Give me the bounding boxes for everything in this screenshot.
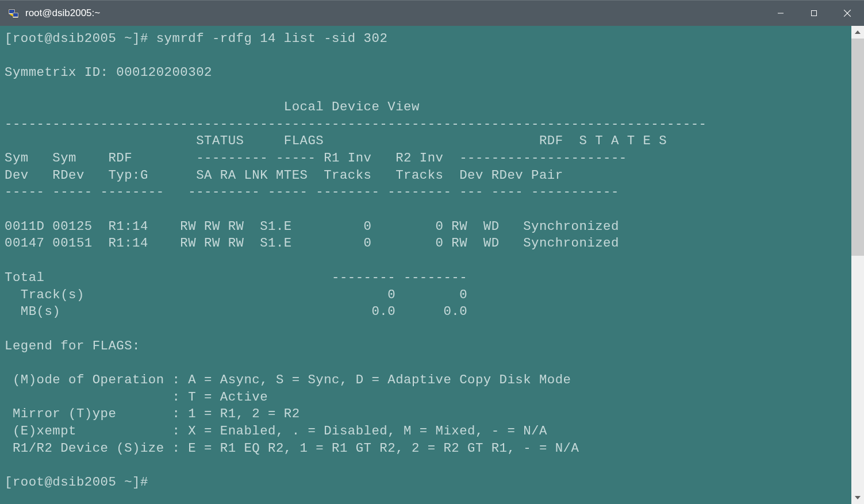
- scroll-down-arrow-icon[interactable]: [851, 491, 864, 504]
- titlebar[interactable]: root@dsib2005:~: [0, 0, 864, 26]
- scrollbar[interactable]: [851, 26, 864, 504]
- header-row-1: STATUS FLAGS RDF S T A T E S: [5, 133, 667, 148]
- scroll-up-arrow-icon[interactable]: [851, 26, 864, 39]
- window-title: root@dsib2005:~: [25, 7, 764, 19]
- header-row-2: Sym Sym RDF --------- ----- R1 Inv R2 In…: [5, 151, 627, 166]
- legend-line: (M)ode of Operation : A = Async, S = Syn…: [5, 372, 571, 387]
- command-text: symrdf -rdfg 14 list -sid 302: [156, 31, 388, 46]
- symmetrix-id-line: Symmetrix ID: 000120200302: [5, 65, 212, 80]
- legend-line: R1/R2 Device (S)ize : E = R1 EQ R2, 1 = …: [5, 441, 579, 456]
- maximize-button[interactable]: [797, 1, 831, 26]
- tracks-line: Track(s) 0 0: [5, 287, 467, 302]
- mbs-line: MB(s) 0.0 0.0: [5, 304, 467, 319]
- view-title: Local Device View: [5, 99, 420, 114]
- terminal-body: [root@dsib2005 ~]# symrdf -rdfg 14 list …: [0, 26, 864, 504]
- prompt: [root@dsib2005 ~]#: [5, 475, 148, 490]
- legend-line: : T = Active: [5, 390, 268, 405]
- legend-title: Legend for FLAGS:: [5, 338, 140, 353]
- separator: ----------------------------------------…: [5, 117, 706, 132]
- prompt: [root@dsib2005 ~]#: [5, 31, 156, 46]
- scrollbar-track[interactable]: [851, 39, 864, 491]
- svg-rect-3: [13, 13, 18, 17]
- minimize-button[interactable]: [764, 1, 797, 26]
- table-row: 00147 00151 R1:14 RW RW RW S1.E 0 0 RW W…: [5, 236, 619, 251]
- legend-line: (E)xempt : X = Enabled, . = Disabled, M …: [5, 424, 547, 438]
- legend-line: Mirror (T)ype : 1 = R1, 2 = R2: [5, 406, 300, 421]
- window-controls: [764, 1, 864, 26]
- putty-icon: [7, 7, 20, 20]
- terminal-output[interactable]: [root@dsib2005 ~]# symrdf -rdfg 14 list …: [0, 26, 851, 504]
- separator-cols: ----- ----- -------- --------- ----- ---…: [5, 184, 619, 199]
- svg-rect-5: [812, 11, 817, 16]
- table-row: 0011D 00125 R1:14 RW RW RW S1.E 0 0 RW W…: [5, 219, 619, 234]
- scrollbar-thumb[interactable]: [851, 39, 864, 256]
- total-line: Total -------- --------: [5, 270, 467, 285]
- close-button[interactable]: [831, 1, 864, 26]
- terminal-window: root@dsib2005:~ [root@dsib2005 ~]# symrd…: [0, 0, 864, 504]
- header-row-3: Dev RDev Typ:G SA RA LNK MTES Tracks Tra…: [5, 168, 563, 183]
